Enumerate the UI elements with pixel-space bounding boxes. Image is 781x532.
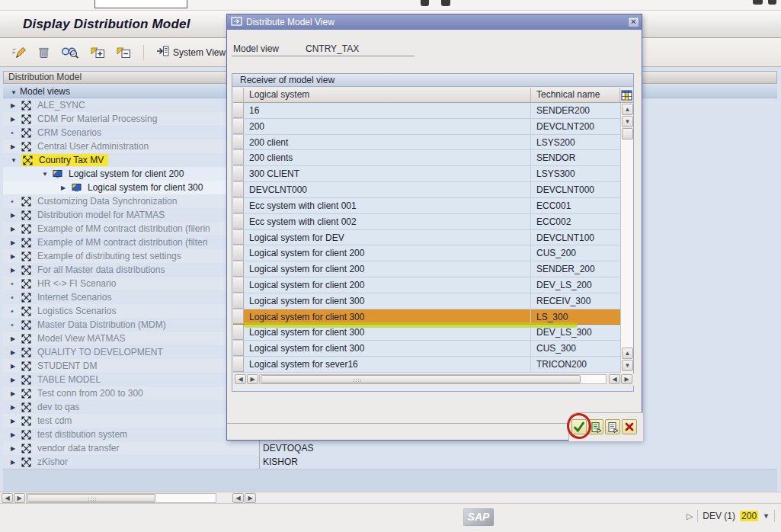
technical-name-cell[interactable]: DEVCLNT000 [531,182,620,197]
row-selector[interactable] [233,293,244,309]
tree-item[interactable]: ▶ TABLE MODEL [3,373,259,386]
copy-all-button[interactable] [605,419,620,434]
table-configuration-icon[interactable] [620,88,632,102]
tree-item[interactable]: ▶ zKishor [3,455,259,469]
row-selector[interactable] [233,341,244,356]
display-glasses-icon[interactable] [59,43,82,62]
row-selector[interactable] [233,309,244,325]
logical-system-cell[interactable]: 300 CLIENT [244,166,531,181]
expand-marker[interactable]: ▶ [11,212,21,219]
expand-marker[interactable]: ▶ [11,267,21,274]
table-row[interactable]: Logical system for sever16 TRICON200 [233,357,620,373]
command-field-fragment[interactable] [94,0,187,8]
technical-name-cell[interactable]: LSYS300 [531,166,620,181]
scroll-right-button[interactable]: ▶ [621,374,632,384]
technical-name-cell[interactable]: DEVCLNT100 [531,230,620,245]
technical-name-cell[interactable]: DEVCLNT200 [531,119,620,134]
row-selector[interactable] [233,150,244,165]
select-all-cell[interactable] [233,88,244,102]
tree-item[interactable]: ▶ Distribution model for MATMAS [3,208,259,222]
technical-name-cell[interactable]: SENDER_200 [531,261,620,277]
logical-system-cell[interactable]: Logical system for client 200 [244,277,531,293]
scroll-up-button[interactable]: ▲ [622,348,633,359]
expand-marker[interactable]: ▶ [11,335,21,342]
tree-item[interactable]: ▶ Example of MM contract distribution (f… [3,236,259,249]
status-expand-icon[interactable]: ▷ [687,511,693,521]
cancel-x-button[interactable] [622,419,637,434]
logical-system-cell[interactable]: 200 client [244,135,531,150]
tree-item[interactable]: ▼ Country Tax MV [3,153,259,167]
expand-marker[interactable]: ▶ [11,363,21,370]
table-row[interactable]: Ecc system with client 001 ECC001 [233,198,620,214]
row-selector[interactable] [233,325,244,340]
tree-item[interactable]: • Internet Scenarios [3,290,259,304]
row-selector[interactable] [233,166,244,181]
expand-marker[interactable]: ▶ [11,253,21,260]
tree-item[interactable]: ▶ STUDENT DM [3,359,259,373]
logical-system-cell[interactable]: Logical system for sever16 [244,357,531,372]
row-selector[interactable] [233,103,244,118]
tree-item[interactable]: ▶ CDM For Material Processing [3,112,259,126]
dialog-titlebar[interactable]: Distribute Model View [227,14,642,30]
expand-marker[interactable]: ▶ [61,184,72,191]
technical-name-cell[interactable]: TRICON200 [531,357,620,372]
tree-item[interactable]: ▶ ALE_SYNC [3,98,259,112]
scroll-up-button[interactable]: ▲ [622,104,633,115]
technical-name-cell[interactable]: DEV_LS_200 [531,277,620,293]
table-row[interactable]: Logical system for client 200 CUS_200 [233,245,620,261]
technical-name-cell[interactable]: ECC001 [531,198,620,213]
tree-item[interactable]: ▶ QUALITY TO DEVELOPMENT [3,345,259,359]
scroll-left-button[interactable]: ◀ [235,374,246,384]
logical-system-cell[interactable]: DEVCLNT000 [244,182,531,197]
tree-item[interactable]: ▶ Central User Administration [3,139,259,153]
logical-system-column-header[interactable]: Logical system [244,88,531,102]
row-selector[interactable] [233,261,244,277]
technical-name-cell[interactable]: CUS_300 [531,341,620,356]
tree-item[interactable]: ▼ Logical system for client 200 [3,167,259,181]
logical-system-cell[interactable]: Logical system for client 200 [244,261,531,277]
collapse-triangle-icon[interactable]: ▼ [11,87,20,99]
tree-item[interactable]: • Logistics Scenarios [3,304,259,318]
tree-item[interactable]: • Customizing Data Synchronization [3,194,259,208]
scrollbar-thumb[interactable] [622,128,633,139]
tree-item[interactable]: ▶ Example of MM contract distribution (f… [3,222,259,236]
table-row[interactable]: Logical system for client 200 DEV_LS_200 [233,277,620,293]
chevron-down-icon[interactable]: ▼ [763,512,770,520]
logical-system-cell[interactable]: 200 clients [244,150,531,165]
table-row[interactable]: Logical system for client 200 SENDER_200 [233,261,620,277]
scrollbar-thumb[interactable] [27,494,155,502]
scroll-left-button[interactable]: ◀ [232,493,244,503]
row-selector[interactable] [233,230,244,245]
row-selector[interactable] [233,214,244,229]
expand-marker[interactable]: ▶ [11,390,21,397]
tree-item[interactable]: • CRM Scenarios [3,126,259,139]
technical-name-cell[interactable]: ECC002 [531,214,620,229]
tree-item[interactable]: ▶ For all Master data distributions [3,263,259,277]
scroll-right-button[interactable]: ▶ [245,493,256,503]
tree-item[interactable]: ▶ vendor data transfer [3,441,259,455]
row-selector[interactable] [233,357,244,372]
row-selector[interactable] [233,198,244,213]
table-row[interactable]: Logical system for DEV DEVCLNT100 [233,230,620,246]
expand-marker[interactable]: ▶ [11,116,21,123]
tree-item[interactable]: ▶ Logical system for client 300 [3,181,259,194]
row-selector[interactable] [233,182,244,197]
expand-marker[interactable]: ▶ [11,102,21,109]
row-selector[interactable] [233,119,244,134]
table-row[interactable]: 200 clients SENDOR [233,150,620,166]
logical-system-cell[interactable]: Ecc system with client 001 [244,198,531,213]
technical-name-column-header[interactable]: Technical name [531,88,620,102]
scrollbar-thumb[interactable] [261,375,581,383]
table-row[interactable]: 200 DEVCLNT200 [233,119,620,135]
table-row[interactable]: Logical system for client 300 RECEIV_300 [233,293,620,309]
tree-item[interactable]: ▶ Test conn from 200 to 300 [3,386,259,400]
tree-item[interactable]: ▶ test distibution system [3,428,259,441]
edit-pencil-icon[interactable] [9,43,29,62]
table-row[interactable]: Ecc system with client 002 ECC002 [233,214,620,230]
expand-marker[interactable]: ▶ [11,349,21,356]
scroll-right-button[interactable]: ▶ [247,374,258,384]
expand-marker[interactable]: ▶ [11,404,21,411]
expand-marker[interactable]: ▶ [11,445,21,452]
tree-item[interactable]: ▶ dev to qas [3,400,259,414]
technical-name-cell[interactable]: RECEIV_300 [531,293,620,309]
